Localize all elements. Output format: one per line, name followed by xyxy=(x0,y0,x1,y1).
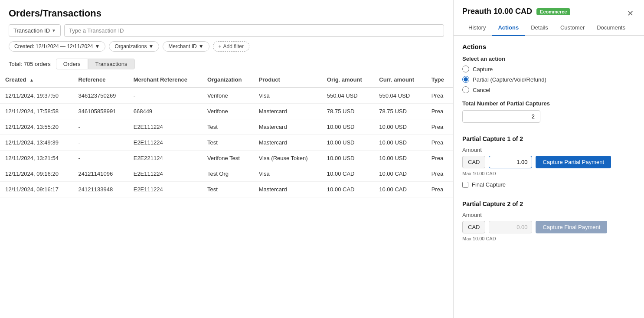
orders-tab[interactable]: Orders xyxy=(56,59,88,69)
table-row[interactable]: 12/11/2024, 09:16:2024121141096E2E111224… xyxy=(0,166,453,182)
option-partial[interactable]: Partial (Capture/Void/Refund) xyxy=(462,76,635,83)
final-capture-checkbox[interactable] xyxy=(462,182,468,188)
table-cell: Visa xyxy=(254,88,322,104)
capture-label: Capture xyxy=(473,66,493,72)
currency-2-button[interactable]: CAD xyxy=(462,221,485,233)
table-cell: 12/11/2024, 13:49:39 xyxy=(0,135,73,151)
amount-1-row: CAD Capture Partial Payment xyxy=(462,156,635,168)
amount-2-input xyxy=(489,221,532,233)
filter-bar: Created: 12/1/2024 — 12/11/2024 ▼ Organi… xyxy=(0,41,453,56)
table-cell: Test xyxy=(202,182,254,197)
table-cell: 668449 xyxy=(128,104,202,119)
table-cell: 10.00 CAD xyxy=(374,182,426,197)
cancel-radio[interactable] xyxy=(462,86,469,93)
table-row[interactable]: 12/11/2024, 13:21:54-E2E221124Verifone T… xyxy=(0,151,453,166)
table-cell: 24121133948 xyxy=(73,182,128,197)
table-cell: 78.75 USD xyxy=(374,104,426,119)
search-input[interactable] xyxy=(64,24,444,37)
table-cell: 550.04 USD xyxy=(374,88,426,104)
capture-partial-button[interactable]: Capture Partial Payment xyxy=(536,156,611,168)
final-capture-label: Final Capture xyxy=(472,181,506,188)
table-cell: Visa (Reuse Token) xyxy=(254,151,322,166)
table-cell: 12/11/2024, 17:58:58 xyxy=(0,104,73,119)
left-panel: Orders/Transactions Transaction ID ▼ Cre… xyxy=(0,0,453,318)
table-cell: Test Org xyxy=(202,166,254,182)
table-wrapper: Created ▲ Reference Merchant Reference O… xyxy=(0,72,453,318)
actions-section: Actions Select an action Capture Partial… xyxy=(462,43,635,246)
tab-documents[interactable]: Documents xyxy=(591,20,631,36)
view-tabs: Orders Transactions xyxy=(56,59,135,69)
total-count: Total: 705 orders xyxy=(9,61,51,67)
transactions-table: Created ▲ Reference Merchant Reference O… xyxy=(0,72,453,197)
amount-1-label: Amount xyxy=(462,147,635,153)
table-cell: Prea xyxy=(426,166,453,182)
table-cell: 10.00 USD xyxy=(322,135,374,151)
partial-label: Partial (Capture/Void/Refund) xyxy=(473,76,546,83)
table-cell: - xyxy=(73,135,128,151)
add-filter-button[interactable]: + Add filter xyxy=(213,41,249,52)
table-cell: Mastercard xyxy=(254,119,322,135)
table-cell: 12/11/2024, 13:55:20 xyxy=(0,119,73,135)
col-orig-amount[interactable]: Orig. amount xyxy=(322,72,374,88)
date-range-filter[interactable]: Created: 12/1/2024 — 12/11/2024 ▼ xyxy=(9,41,105,52)
select-action-label: Select an action xyxy=(462,56,635,62)
table-cell: Mastercard xyxy=(254,182,322,197)
option-capture[interactable]: Capture xyxy=(462,66,635,72)
col-type[interactable]: Type xyxy=(426,72,453,88)
amount-2-label: Amount xyxy=(462,212,635,218)
table-row[interactable]: 12/11/2024, 19:37:50346123750269-Verifon… xyxy=(0,88,453,104)
table-cell: 24121141096 xyxy=(73,166,128,182)
organizations-filter[interactable]: Organizations ▼ xyxy=(109,41,159,52)
chevron-down-icon: ▼ xyxy=(95,43,100,49)
capture-final-button[interactable]: Capture Final Payment xyxy=(536,221,607,233)
table-cell: Prea xyxy=(426,119,453,135)
partial-1-title: Partial Capture 1 of 2 xyxy=(462,135,635,142)
col-merchant-reference[interactable]: Merchant Reference xyxy=(128,72,202,88)
col-organization[interactable]: Organization xyxy=(202,72,254,88)
table-cell: - xyxy=(73,151,128,166)
table-cell: 12/11/2024, 09:16:17 xyxy=(0,182,73,197)
col-product[interactable]: Product xyxy=(254,72,322,88)
date-range-label: Created: 12/1/2024 — 12/11/2024 xyxy=(14,43,93,49)
tab-history[interactable]: History xyxy=(462,20,492,36)
table-row[interactable]: 12/11/2024, 13:55:20-E2E111224TestMaster… xyxy=(0,119,453,135)
tab-actions[interactable]: Actions xyxy=(492,20,525,36)
close-button[interactable]: ✕ xyxy=(625,7,635,20)
transaction-id-label: Transaction ID xyxy=(13,27,50,34)
table-cell: 12/11/2024, 09:16:20 xyxy=(0,166,73,182)
max-2-label: Max 10.00 CAD xyxy=(462,236,635,241)
table-cell: 346105858991 xyxy=(73,104,128,119)
table-cell: E2E111224 xyxy=(128,135,202,151)
amount-1-input[interactable] xyxy=(489,156,532,168)
chevron-down-icon: ▼ xyxy=(199,43,204,49)
table-row[interactable]: 12/11/2024, 09:16:1724121133948E2E111224… xyxy=(0,182,453,197)
add-filter-label: Add filter xyxy=(223,43,244,49)
tab-customer[interactable]: Customer xyxy=(554,20,591,36)
table-cell: 12/11/2024, 19:37:50 xyxy=(0,88,73,104)
cancel-label: Cancel xyxy=(473,87,490,93)
currency-1-button[interactable]: CAD xyxy=(462,156,485,168)
table-cell: - xyxy=(128,88,202,104)
partial-capture-2: Partial Capture 2 of 2 Amount CAD Captur… xyxy=(462,200,635,241)
table-row[interactable]: 12/11/2024, 17:58:58346105858991668449Ve… xyxy=(0,104,453,119)
table-cell: Prea xyxy=(426,182,453,197)
col-curr-amount[interactable]: Curr. amount xyxy=(374,72,426,88)
transactions-tab[interactable]: Transactions xyxy=(88,59,135,69)
tab-details[interactable]: Details xyxy=(525,20,554,36)
right-panel: Preauth 10.00 CAD Ecommerce ✕ History Ac… xyxy=(453,0,644,318)
table-cell: Prea xyxy=(426,104,453,119)
table-row[interactable]: 12/11/2024, 13:49:39-E2E111224TestMaster… xyxy=(0,135,453,151)
organizations-label: Organizations xyxy=(114,43,147,49)
option-cancel[interactable]: Cancel xyxy=(462,86,635,93)
col-created[interactable]: Created ▲ xyxy=(0,72,73,88)
capture-radio[interactable] xyxy=(462,66,469,72)
merchant-id-filter[interactable]: Merchant ID ▼ xyxy=(163,41,209,52)
col-reference[interactable]: Reference xyxy=(73,72,128,88)
transaction-id-filter[interactable]: Transaction ID ▼ xyxy=(9,24,61,37)
table-cell: 10.00 USD xyxy=(374,135,426,151)
partial-2-title: Partial Capture 2 of 2 xyxy=(462,200,635,207)
total-captures-input[interactable] xyxy=(462,110,540,123)
table-cell: 12/11/2024, 13:21:54 xyxy=(0,151,73,166)
table-cell: Prea xyxy=(426,88,453,104)
partial-radio[interactable] xyxy=(462,76,469,83)
